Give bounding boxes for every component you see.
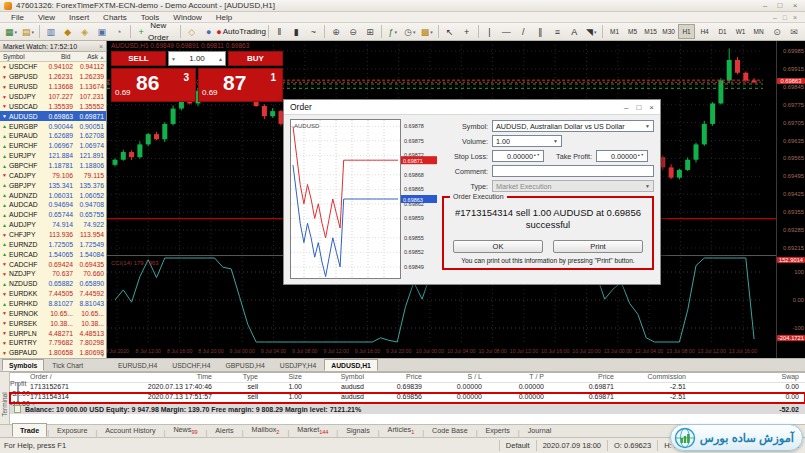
market-watch-row-euraud[interactable]: ▲ EURAUD 1.62689 1.62708 [0,131,106,141]
take-profit-input[interactable]: 0.00000 ▲▼ [596,150,648,162]
candlestick-button[interactable]: ▮ [288,24,304,39]
chart-tab-usdchf-h4[interactable]: USDCHF,H4 [165,359,217,371]
market-watch-row-audchf[interactable]: ▲ AUDCHF 0.65744 0.65755 [0,210,106,220]
order-dialog-controls[interactable]: –□× [624,103,654,112]
col-symbol[interactable]: Symbol [0,53,42,60]
profiles-button[interactable]: ▤▾ [20,24,36,39]
terminal-tab-mailbox[interactable]: Mailbox2 [244,422,288,437]
horizontal-line-button[interactable]: — [498,24,514,39]
symbol-select[interactable]: AUDUSD, Australian Dollar vs US Dollar ▼ [492,120,654,132]
community-button[interactable]: ✉ [786,24,802,39]
market-watch-row-usdchf[interactable]: ▼ USDCHF 0.94102 0.94112 [0,62,106,72]
buy-price-button[interactable]: 0.69 87 1 [198,68,283,102]
timeframe-m1-button[interactable]: M1 [606,24,623,39]
market-watch-button[interactable]: ▥ [43,24,59,39]
timeframe-d1-button[interactable]: D1 [714,24,731,39]
indicators-button[interactable]: ƒ▾ [385,24,401,39]
text-button[interactable]: A [566,24,582,39]
sell-button[interactable]: SELL [111,51,166,66]
terminal-tab-exposure[interactable]: Exposure [49,423,95,437]
autotrading-button[interactable]: ●AutoTrading [218,24,265,39]
market-watch-row-cadjpy[interactable]: ▼ CADJPY 79.106 79.115 [0,170,106,180]
buy-button[interactable]: BUY [228,51,283,66]
sell-price-button[interactable]: 0.69 86 3 [111,68,196,102]
terminal-tab-articles[interactable]: Articles1 [380,422,423,437]
market-watch-row-eurtry[interactable]: ▼ EURTRY 7.79682 7.80298 [0,338,106,348]
market-watch-row-eurhkd[interactable]: ▲ EURHKD 8.81027 8.81043 [0,299,106,309]
volume-value[interactable]: 1.00 [178,54,216,63]
market-watch-row-gbpaud[interactable]: ▼ GBPAUD 1.80658 1.80698 [0,348,106,358]
price-axis[interactable]: 0.699850.699150.698450.697750.697050.696… [776,41,805,358]
market-watch-row-gbpjpy[interactable]: ▲ GBPJPY 135.341 135.376 [0,180,106,190]
metaeditor-button[interactable]: ◇ [184,24,200,39]
market-watch-row-usdcad[interactable]: ▼ USDCAD 1.35539 1.35552 [0,101,106,111]
menu-help[interactable]: Help [209,13,239,22]
child-window-controls[interactable]: – □ × [773,14,801,21]
market-watch-row-eurcad[interactable]: ▲ EURCAD 1.54065 1.54084 [0,249,106,259]
market-watch-row-eurusd[interactable]: ▼ EURUSD 1.13668 1.13674 [0,82,106,92]
chart-tab-eurusd-h4[interactable]: EURUSD,H4 [111,359,164,371]
tab-tick-chart[interactable]: Tick Chart [45,359,90,371]
trendline-button[interactable]: / [515,24,531,39]
line-chart-button[interactable]: ~ [305,24,321,39]
terminal-tab-account-history[interactable]: Account History [97,423,163,437]
menu-insert[interactable]: Insert [62,13,96,22]
vertical-line-button[interactable]: | [481,24,497,39]
market-watch-row-eurnok[interactable]: ▼ EURNOK 10.65... 10.65... [0,308,106,318]
col-bid[interactable]: Bid [42,53,71,60]
comment-input[interactable] [492,165,654,177]
tab-symbols[interactable]: Symbols [2,359,44,371]
market-watch-row-usdjpy[interactable]: ▼ USDJPY 107.227 107.231 [0,92,106,102]
crosshair-button[interactable]: + [459,24,475,39]
timeframe-m15-button[interactable]: M15 [642,24,659,39]
market-watch-row-gbpchf[interactable]: ▲ GBPCHF 1.18781 1.18806 [0,161,106,171]
market-watch-row-eurchf[interactable]: ▲ EURCHF 1.06967 1.06974 [0,141,106,151]
market-watch-row-audusd[interactable]: ▼ AUDUSD 0.69863 0.69871 [0,111,106,121]
volume-up-icon[interactable]: ▲ [216,56,225,62]
terminal-tab-experts[interactable]: Experts [477,423,517,437]
timeframe-m5-button[interactable]: M5 [624,24,641,39]
timeframe-mn-button[interactable]: MN [750,24,767,39]
market-watch-row-eurgbp[interactable]: ▲ EURGBP 0.90044 0.90051 [0,121,106,131]
navigator-button[interactable]: ◈ [77,24,93,39]
fibonacci-button[interactable]: ≡ [549,24,565,39]
terminal-tab-trade[interactable]: Trade [12,423,47,437]
market-watch-row-eurnzd[interactable]: ▲ EURNZD 1.72505 1.72549 [0,239,106,249]
status-profile[interactable]: Default [499,440,536,451]
terminal-tab-news[interactable]: News99 [165,422,205,437]
market-watch-row-eurjpy[interactable]: ▲ EURJPY 121.884 121.891 [0,151,106,161]
window-controls[interactable]: –□× [759,1,801,10]
channel-button[interactable]: ∥ [532,24,548,39]
terminal-button[interactable]: ▣ [94,24,110,39]
scroll-up-icon[interactable]: ▲ [98,54,106,60]
chart-tab-usdjpy-h4[interactable]: USDJPY,H4 [273,359,324,371]
market-watch-row-gbpusd[interactable]: ▼ GBPUSD 1.26231 1.26239 [0,72,106,82]
market-watch-row-cadchf[interactable]: ▼ CADCHF 0.69424 0.69435 [0,259,106,269]
timeframe-h1-button[interactable]: H1 [678,24,695,39]
market-watch-row-eurdkk[interactable]: ▼ EURDKK 7.44505 7.44592 [0,289,106,299]
timeframe-h4-button[interactable]: H4 [696,24,713,39]
col-ask[interactable]: Ask [70,53,98,60]
print-button[interactable]: Print [553,240,643,253]
periods-button[interactable]: ◷▾ [402,24,418,39]
order-dialog-titlebar[interactable]: Order –□× [284,100,660,115]
cursor-button[interactable]: ↖ [442,24,458,39]
tile-windows-button[interactable]: ⊞ [362,24,378,39]
spinner-icons[interactable]: ▲▼ [637,154,644,158]
strategy-tester-button[interactable]: ◔ [111,24,127,39]
volume-stepper[interactable]: ▼ 1.00 ▲ [168,51,226,66]
chart-tab-gbpusd-h4[interactable]: GBPUSD,H4 [218,359,271,371]
market-watch-row-nzdusd[interactable]: ▲ NZDUSD 0.65882 0.65890 [0,279,106,289]
market-watch-column-headers[interactable]: Symbol Bid Ask ▲ [0,52,106,62]
menu-window[interactable]: Window [166,13,208,22]
trade-row-1713154314[interactable]: 17131543142020.07.13 17:51:57sell1.00aud… [10,393,805,403]
market-watch-row-eursek[interactable]: ▼ EURSEK 10.38... 10.38... [0,318,106,328]
terminal-tab-journal[interactable]: Journal [520,423,560,437]
zoom-in-button[interactable]: ⊕ [328,24,344,39]
trade-row-1713152671[interactable]: 17131526712020.07.13 17:40:46sell1.00aud… [10,383,805,393]
zoom-out-button[interactable]: ⊖ [345,24,361,39]
chart-tab-audusd-h1[interactable]: AUDUSD,H1 [324,359,378,371]
menu-view[interactable]: View [31,13,62,22]
search-button[interactable]: ⊙ [769,24,785,39]
data-window-button[interactable]: ◆ [60,24,76,39]
